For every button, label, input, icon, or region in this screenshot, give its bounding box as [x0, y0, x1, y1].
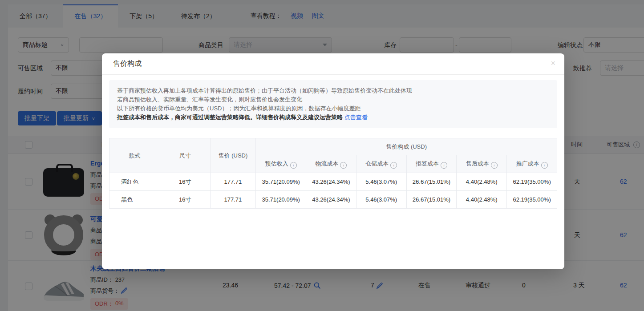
col-price-header: 售价 (USD)	[210, 138, 256, 173]
col-size-header: 尺寸	[160, 138, 210, 173]
warehouse-cost-cell: 5.46(3.07%)	[356, 191, 406, 209]
style-cell: 酒红色	[109, 173, 160, 191]
notice-line-3: 以下所有价格的货币单位均为美元（USD）；因为汇率和换算精度的原因，数据存在小幅…	[117, 104, 549, 113]
screen: 全部（37） 在售（32） 下架（5） 待发布（2） 查看教程： 视频 图文 商…	[0, 0, 644, 311]
info-icon[interactable]: i	[491, 162, 498, 169]
style-name: 黑色	[121, 196, 133, 203]
col-rejection-cost-label: 拒签成本	[416, 160, 439, 167]
view-details-link[interactable]: 点击查看	[344, 114, 368, 121]
logistics-cost-cell: 43.26(24.34%)	[306, 173, 356, 191]
estimated-income-cell: 35.71(20.09%)	[256, 191, 306, 209]
col-style-header: 款式	[109, 138, 160, 173]
style-name: 酒红色	[121, 178, 138, 185]
close-icon[interactable]: ×	[551, 59, 555, 67]
modal-notice: 基于商家预估收入再加上各项成本计算得出的原始售价；由于平台活动（如闪购等）导致原…	[109, 80, 557, 128]
variant-row: 黑色 16寸 177.71 35.71(20.09%) 43.26(24.34%…	[109, 191, 557, 209]
info-icon[interactable]: i	[541, 162, 548, 169]
info-icon[interactable]: i	[340, 162, 347, 169]
col-warehouse-cost: 仓储成本i	[356, 155, 406, 173]
style-cell: 黑色	[109, 191, 160, 209]
notice-line-1: 基于商家预估收入再加上各项成本计算得出的原始售价；由于平台活动（如闪购等）导致原…	[117, 86, 549, 95]
col-rejection-cost: 拒签成本i	[406, 155, 457, 173]
modal-title: 售价构成	[113, 59, 142, 69]
col-logistics-cost: 物流成本i	[306, 155, 356, 173]
col-promotion-cost-label: 推广成本	[516, 160, 539, 167]
promotion-cost-cell: 62.19(35.00%)	[507, 191, 557, 209]
modal-header: 售价构成 ×	[102, 53, 564, 75]
info-icon[interactable]: i	[390, 162, 397, 169]
col-estimated-income: 预估收入i	[256, 155, 306, 173]
col-aftersale-cost: 售后成本i	[457, 155, 507, 173]
col-aftersale-cost-label: 售后成本	[466, 160, 489, 167]
notice-line-2: 若商品预估收入、实际重量、汇率等发生变化，则对应售价也会发生变化	[117, 95, 549, 104]
col-logistics-cost-label: 物流成本	[315, 160, 338, 167]
price-cell: 177.71	[210, 173, 256, 191]
rejection-cost-cell: 26.67(15.01%)	[406, 173, 457, 191]
info-icon[interactable]: i	[441, 162, 447, 169]
aftersale-cost-cell: 4.40(2.48%)	[457, 173, 507, 191]
variant-row: 酒红色 16寸 177.71 35.71(20.09%) 43.26(24.34…	[109, 173, 557, 191]
rejection-cost-cell: 26.67(15.01%)	[406, 191, 457, 209]
estimated-income-cell: 35.71(20.09%)	[256, 173, 306, 191]
col-promotion-cost: 推广成本i	[507, 155, 557, 173]
size-cell: 16寸	[160, 191, 210, 209]
col-estimated-income-label: 预估收入	[265, 160, 288, 167]
info-icon[interactable]: i	[290, 162, 297, 169]
size-cell: 16寸	[160, 173, 210, 191]
col-warehouse-cost-label: 仓储成本	[365, 160, 389, 167]
promotion-cost-cell: 62.19(35.00%)	[507, 173, 557, 191]
price-composition-modal: 售价构成 × 基于商家预估收入再加上各项成本计算得出的原始售价；由于平台活动（如…	[102, 53, 564, 269]
group-header: 售价构成 (USD)	[256, 138, 557, 155]
logistics-cost-cell: 43.26(24.34%)	[306, 191, 356, 209]
price-composition-table: 款式 尺寸 售价 (USD) 售价构成 (USD) 预估收入i 物流成本i 仓储…	[109, 138, 557, 209]
notice-line-4: 拒签成本和售后成本，商家可通过调整运营策略降低。详细售价构成释义及建议运营策略 …	[117, 113, 549, 122]
price-cell: 177.71	[210, 191, 256, 209]
notice-line-4-text: 拒签成本和售后成本，商家可通过调整运营策略降低。详细售价构成释义及建议运营策略	[117, 114, 343, 121]
warehouse-cost-cell: 5.46(3.07%)	[356, 173, 406, 191]
aftersale-cost-cell: 4.40(2.48%)	[457, 191, 507, 209]
